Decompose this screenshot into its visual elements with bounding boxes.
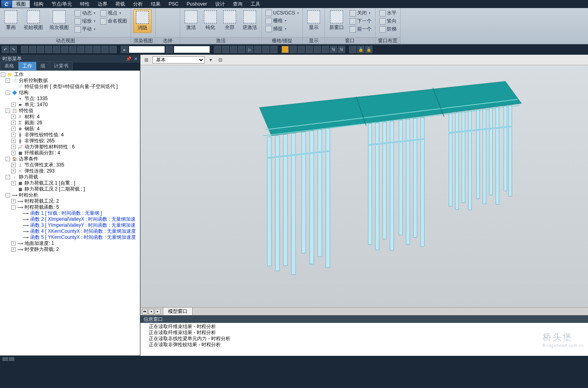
small-next-button[interactable]: 下一个 [348,17,373,25]
expand-icon[interactable]: + [11,247,16,252]
tb-redo[interactable]: ↷ [10,46,17,53]
tb-d7[interactable]: N [330,46,337,53]
tb-c5[interactable]: ▷ [246,46,253,53]
new-win-button[interactable]: 新窗口 [327,9,346,32]
menu-6[interactable]: 分析 [129,0,147,8]
small-pan-button[interactable]: 平动 [73,25,97,33]
expand-icon[interactable]: + [11,169,16,173]
tb-select2[interactable] [174,46,210,53]
tb-b4[interactable] [45,46,52,53]
expand-icon[interactable]: + [11,145,16,149]
tree-node-20[interactable]: -⟿时程分析 [0,192,140,198]
small-close-button[interactable]: 关闭 [348,9,373,17]
panel-tab-2[interactable]: 组 [36,62,50,70]
tb-bx[interactable] [166,46,173,53]
tb-d4[interactable] [306,46,313,53]
tb-d3[interactable] [298,46,305,53]
panel-pin-icon[interactable]: 📌 [126,56,132,62]
panel-tab-3[interactable]: 计算书 [49,62,73,70]
sb-left[interactable] [2,357,8,361]
tree-node-7[interactable]: +I材料: 4 [0,114,140,120]
tree-node-19[interactable]: ▦静力荷载工况 2 [二期荷载 : ] [0,186,140,192]
tree-node-3[interactable]: -🔷结构 [0,90,140,96]
tb-b12[interactable] [109,46,117,53]
expand-icon[interactable]: - [6,175,10,179]
menu-2[interactable]: 节点/单元 [47,0,76,8]
tree-node-4[interactable]: •节点: 1335 [0,96,140,102]
tb-d8[interactable]: N [338,46,345,53]
expand-icon[interactable]: + [11,199,16,203]
tree-node-5[interactable]: +⬌单元: 1470 [0,102,140,108]
tb-b7[interactable] [69,46,76,53]
tree-node-15[interactable]: +⊥节点弹性支承: 335 [0,162,140,168]
tb-lock[interactable]: 🔒 [357,46,364,53]
tb-c7[interactable] [262,46,269,53]
tree-node-9[interactable]: +⊕钢筋: 4 [0,126,140,132]
panel-tab-1[interactable]: 工作 [18,62,37,70]
tree-node-0[interactable]: -📁工作 [0,72,140,78]
sb-right[interactable] [9,357,14,361]
menu-3[interactable]: 特性 [76,0,94,8]
tb-undo[interactable]: ↶ [2,46,9,53]
expand-icon[interactable]: + [11,241,16,246]
tb-d5[interactable] [314,46,321,53]
view-mode-select[interactable]: 基本 [152,56,205,64]
tb-c3[interactable] [230,46,237,53]
menu-0[interactable]: 视图 [12,0,30,8]
tree-node-26[interactable]: ⟿函数 4 [ XKernCountyX : 时间函数 : 无量纲加速度 [0,228,140,234]
tb-c8[interactable] [270,46,278,53]
tb-b3[interactable] [37,46,44,53]
small-prev-button[interactable]: 前一个 [348,25,373,33]
tree-node-6[interactable]: -📋特性值 [0,108,140,114]
tree-view[interactable]: -📁工作-📄分析控制数据📄特征值分析 [ 类型=特征值向量-子空间迭代 ]-🔷结… [0,71,140,355]
redraw-button[interactable]: 重画 [2,9,20,32]
tree-node-29[interactable]: +⟿时变静力荷载: 2 [0,246,140,253]
tree-node-21[interactable]: +⟿时程荷载工况: 2 [0,198,140,204]
expand-icon[interactable]: - [1,72,5,77]
tree-node-17[interactable]: -↓静力荷载 [0,174,140,180]
menu-9[interactable]: Pushover [183,0,211,8]
tb-b2[interactable] [29,46,36,53]
tb-c4[interactable] [238,46,245,53]
small-snap-button[interactable]: 捕捉 [264,25,300,33]
tb-c1[interactable] [214,46,221,53]
tb-b1[interactable] [21,46,28,53]
small-vert-button[interactable]: 竖向 [378,17,398,25]
menu-4[interactable]: 边界 [94,0,111,8]
small-nv-button[interactable]: 命名视图 [99,17,129,25]
small-vp-button[interactable]: 视点 [99,9,129,17]
view-dd-icon[interactable]: ▾ [207,56,214,64]
vtab-first[interactable]: ⏮ [142,309,148,314]
expand-icon[interactable]: + [11,151,16,155]
tb-d6[interactable] [322,46,329,53]
vtab-prev[interactable]: ◂ [148,309,154,314]
display-button[interactable]: 显示 [305,9,323,32]
tree-node-28[interactable]: +⟿地面加速度: 1 [0,240,140,246]
tb-b10[interactable] [93,46,101,53]
expand-icon[interactable]: - [6,78,10,83]
tb-d1[interactable] [282,46,289,53]
tree-node-14[interactable]: -🏠边界条件 [0,156,140,162]
expand-icon[interactable]: - [6,109,10,113]
view-hide-icon[interactable]: ⊟ [217,56,224,64]
expand-icon[interactable]: + [11,163,16,167]
vtab-model-window[interactable]: 模型窗口 [163,307,193,316]
menu-5[interactable]: 荷载 [111,0,129,8]
tree-node-10[interactable]: +╫非弹性铰特性值: 4 [0,132,140,138]
tb-c6[interactable] [254,46,261,53]
expand-icon[interactable]: + [11,181,16,185]
passivate-button[interactable]: 钝化 [201,9,219,32]
small-stairs-button[interactable]: 阶梯 [378,25,398,33]
expand-icon[interactable]: - [11,205,16,209]
panel-tab-0[interactable]: 表格 [0,62,19,70]
tb-arrow[interactable]: ▸ [121,46,128,53]
vtab-next[interactable]: ▸ [155,309,160,314]
expand-icon[interactable]: + [11,133,16,137]
menu-10[interactable]: 设计 [211,0,229,8]
tree-node-22[interactable]: -⟿时程荷载函数: 5 [0,204,140,210]
expand-icon[interactable]: - [6,90,10,95]
tree-node-1[interactable]: -📄分析控制数据 [0,78,140,84]
prev-view-button[interactable]: 前次视图 [47,9,71,32]
hide-button[interactable]: 消隐 [133,9,152,33]
menu-8[interactable]: PSC [164,0,183,8]
